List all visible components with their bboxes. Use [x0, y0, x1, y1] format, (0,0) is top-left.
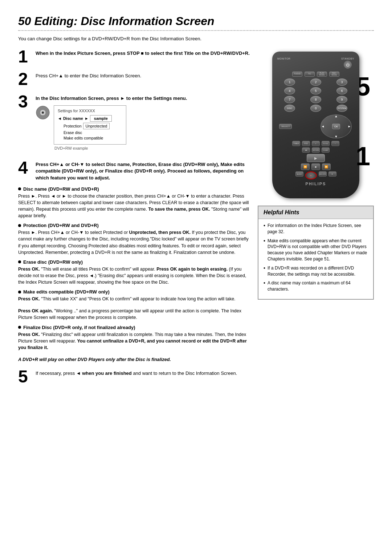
ok-button[interactable]: OK	[332, 124, 340, 129]
power-icon: ⏻	[346, 63, 350, 67]
step-5-number: 5	[18, 368, 31, 385]
tv-dvd-label: TV/DVD	[294, 73, 301, 75]
right-column: 2-5 MONITOR STANDBY ⏻	[258, 48, 374, 390]
step-2-content: Press CH+▲ to enter the Disc Information…	[36, 70, 250, 88]
step-5: 5 If necessary, press ◄ when you are fin…	[18, 368, 250, 385]
tv-volume-label-btn: TV VOL	[322, 141, 330, 146]
nav-down-icon[interactable]: ▼	[335, 135, 338, 138]
num-6-button[interactable]: 6	[336, 87, 347, 94]
make-edits-body-2: Press OK again. "Working .." and a progr…	[18, 308, 250, 321]
left-column: 1 When in the Index Picture Screen, pres…	[18, 48, 250, 390]
num-8-button[interactable]: 8	[310, 96, 321, 103]
step-2-number: 2	[18, 70, 31, 88]
finalize-body-italic: A DVD+R will play on other DVD Players o…	[18, 356, 250, 363]
play-button[interactable]: ▶	[307, 154, 325, 162]
bullet-icon-5	[18, 326, 21, 329]
clear-button[interactable]: CLEAR	[322, 147, 330, 153]
settings-title: Settings for XXXXXX	[58, 109, 122, 113]
remote-wrapper: 2-5 MONITOR STANDBY ⏻	[272, 52, 359, 198]
select-button[interactable]: SELECT	[279, 124, 292, 129]
nav-right-icon[interactable]: ►	[348, 125, 351, 128]
prev-chapter-button[interactable]: ⏮	[302, 147, 310, 153]
record-button[interactable]: ●	[305, 171, 317, 179]
disc-button[interactable]: DISC	[284, 105, 295, 112]
bullet-icon-2	[18, 224, 21, 227]
erase-row: Erase disc	[58, 130, 122, 135]
disc-name-row: ◄ Disc name ► sample	[58, 115, 122, 122]
step-1-content: When in the Index Picture Screen, press …	[36, 48, 250, 65]
num-1-button[interactable]: 1	[284, 78, 295, 86]
num-5-button[interactable]: 5	[310, 87, 321, 94]
tv-dvd-button[interactable]: TV/DVD	[292, 72, 302, 77]
fss-button[interactable]: FSS	[302, 141, 310, 146]
num-9-button[interactable]: 9	[336, 96, 347, 103]
step-5-content: If necessary, press ◄ when you are finis…	[36, 368, 250, 385]
tv-volume-plus[interactable]: +	[312, 141, 320, 146]
hint-bullet-3: •	[264, 265, 265, 278]
step-5-text: If necessary, press ◄ when you are finis…	[36, 370, 250, 377]
hint-3: • If a DVD+R was recorded on a different…	[264, 265, 368, 278]
protection-row: Protection Unprotected	[58, 123, 122, 129]
nav-up-icon[interactable]: ▲	[335, 114, 338, 118]
pause-button[interactable]: ⏸	[328, 171, 336, 177]
tc-button[interactable]: T/C	[305, 72, 315, 77]
play-mode-button[interactable]: PLAY MODE	[317, 72, 327, 77]
erase-body: Press OK. "This will erase all titles Pr…	[18, 266, 250, 285]
hint-4: • A disc name may contain a maximum of 6…	[264, 280, 368, 292]
protection-label: Protection	[64, 124, 82, 128]
hint-4-text: A disc name may contain a maximum of 64 …	[268, 280, 368, 292]
step-1-number: 1	[18, 48, 31, 65]
rewind-button[interactable]: ⏪	[301, 163, 310, 170]
system-button[interactable]: SYSTEM	[336, 105, 347, 112]
helpful-hints-title: Helpful Hints	[258, 206, 373, 219]
divider	[18, 30, 374, 31]
hint-1: • For information on the Index Picture S…	[264, 223, 368, 235]
hint-2-text: Make edits compatible appears when the c…	[268, 238, 368, 262]
disc-name-title: Disc name (DVD+RW and DVD+R)	[18, 186, 250, 192]
transport-row: ⏪ ■ ⏩	[277, 163, 354, 170]
finalize-section-label: Finalize Disc (DVD+R only, if not finali…	[23, 325, 135, 330]
num-0-button[interactable]: 0	[310, 105, 321, 112]
step-3-content: In the Disc Information Screen, press ► …	[36, 93, 250, 154]
erase-title: Erase disc (DVD+RW only)	[18, 259, 250, 265]
sub-section-make-edits: Make edits compatible (DVD+RW only) Pres…	[18, 289, 250, 321]
dvd-caption: DVD+RW example	[54, 146, 250, 150]
make-edits-title: Make edits compatible (DVD+RW only)	[18, 289, 250, 295]
audio-rec-row: AUDIO ● REC-OTR ⏸	[277, 171, 354, 179]
nav-left-icon[interactable]: ◄	[321, 125, 324, 128]
page-title: 50 Editing: Disc Information Screen	[18, 15, 374, 28]
rec-mode-button[interactable]: REC. MODE	[329, 72, 339, 77]
settings-box: Settings for XXXXXX ◄ Disc name ► sample…	[54, 105, 126, 145]
erase-label: Erase disc	[64, 130, 82, 135]
standby-button[interactable]: ⏻	[344, 61, 352, 69]
protection-body: Press ►. Press CH+▲ or CH-▼ to select Pr…	[18, 229, 250, 256]
num-3-button[interactable]: 3	[336, 78, 347, 86]
stop-button[interactable]: ■	[311, 163, 320, 170]
hint-1-text: For information on the Index Picture Scr…	[268, 223, 368, 235]
tv-volume-minus[interactable]: −	[331, 141, 339, 146]
ok-select-row: SELECT ▲ ▼ ◄ ► OK	[277, 114, 354, 139]
num-2-button[interactable]: 2	[310, 78, 321, 86]
make-edits-body-1: Press OK. "This will take XX" and "Press…	[18, 296, 250, 302]
make-edits-row: Make edits compatible	[58, 136, 122, 140]
rec-otr-button[interactable]: REC-OTR	[319, 171, 327, 177]
standby-label: STANDBY	[341, 57, 354, 60]
sub-section-protection: Protection (DVD+RW and DVD+R) Press ►. P…	[18, 223, 250, 256]
step-1-text: When in the Index Picture Screen, press …	[36, 50, 250, 57]
tc-label: T/C	[308, 73, 311, 75]
remote-top: MONITOR STANDBY ⏻	[277, 57, 354, 69]
fast-forward-button[interactable]: ⏩	[322, 163, 331, 170]
step-overlay-1: 1	[356, 143, 370, 169]
num-4-button[interactable]: 4	[284, 87, 295, 94]
timer-button[interactable]: TIMER	[292, 141, 300, 146]
step-3-text: In the Disc Information Screen, press ► …	[36, 95, 250, 102]
num-7-button[interactable]: 7	[284, 96, 295, 103]
arrow-left-icon: ◄	[58, 116, 62, 121]
audio-button[interactable]: AUDIO	[295, 171, 303, 177]
step-4-content: Press CH+▲ or CH-▼ to select Disc name, …	[36, 159, 250, 181]
return-button[interactable]: RETURN	[312, 147, 320, 153]
sub-section-finalize: Finalize Disc (DVD+R only, if not finali…	[18, 325, 250, 363]
step-2-text: Press CH+▲ to enter the Disc Information…	[36, 73, 250, 79]
sample-box: sample	[90, 115, 112, 122]
step-1: 1 When in the Index Picture Screen, pres…	[18, 48, 250, 65]
